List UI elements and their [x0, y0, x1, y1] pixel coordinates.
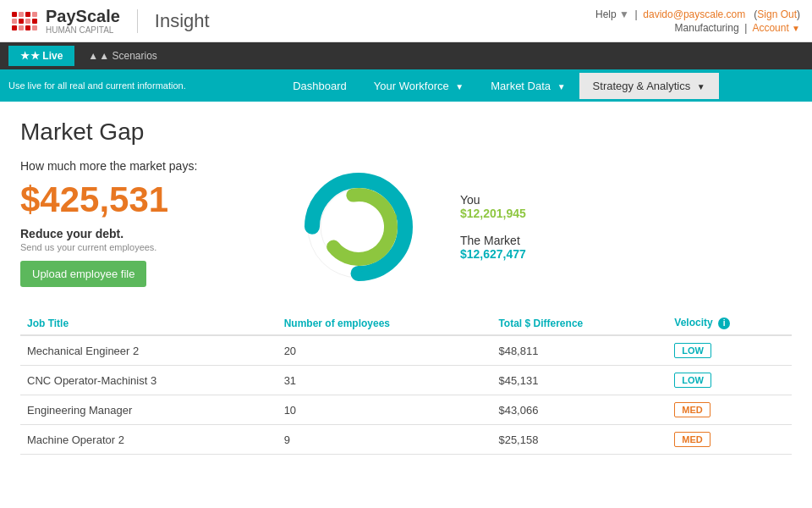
col-employees: Number of employees — [277, 312, 492, 335]
right-panel: You $12,201,945 The Market $12,627,477 — [291, 159, 792, 295]
tab-bar: ★ ★ Live ▲ ▲ Scenarios — [0, 42, 812, 69]
logo-area: PayScale HUMAN CAPITAL Insight — [12, 7, 210, 35]
employees-cell: 10 — [277, 395, 492, 425]
you-arc — [321, 190, 396, 264]
top-bar: PayScale HUMAN CAPITAL Insight Help ▼ | … — [0, 0, 812, 42]
nav-market-data[interactable]: Market Data ▼ — [477, 73, 579, 99]
you-dot — [388, 213, 397, 221]
tab-live[interactable]: ★ ★ Live — [8, 46, 74, 66]
tab-live-label: ★ Live — [30, 50, 63, 62]
send-text: Send us your current employees. — [20, 242, 274, 252]
logo-dot — [12, 12, 17, 17]
logo-dot — [25, 19, 30, 24]
velocity-cell: LOW — [667, 366, 792, 395]
job-title-cell: Mechanical Engineer 2 — [20, 335, 277, 366]
col-job-title: Job Title — [20, 312, 277, 335]
table-header-row: Job Title Number of employees Total $ Di… — [20, 312, 792, 335]
top-right: Help ▼ | davido@payscale.com (Sign Out) … — [595, 8, 800, 34]
legend-market: The Market $12,627,477 — [460, 234, 526, 261]
you-value: $12,201,945 — [460, 207, 526, 220]
nav-bar: Use live for all real and current inform… — [0, 69, 812, 102]
logo-divider — [137, 9, 138, 33]
logo-grid — [12, 12, 37, 30]
difference-cell: $25,158 — [491, 425, 667, 455]
nav-links: Dashboard Your Workforce ▼ Market Data ▼… — [195, 73, 804, 99]
strategy-caret-icon: ▼ — [697, 82, 705, 91]
chart-legend: You $12,201,945 The Market $12,627,477 — [460, 193, 526, 261]
market-data-caret-icon: ▼ — [557, 82, 566, 91]
table-row: Engineering Manager10$43,066MED — [20, 395, 792, 425]
help-label[interactable]: Help ▼ — [595, 8, 632, 20]
table-row: Machine Operator 29$25,158MED — [20, 425, 792, 455]
job-title-cell: CNC Operator-Machinist 3 — [20, 366, 277, 395]
velocity-cell: MED — [667, 395, 792, 425]
logo-dot — [25, 25, 30, 30]
tab-scenarios-label: ▲ Scenarios — [99, 50, 157, 62]
user-email-link[interactable]: davido@payscale.com — [643, 8, 745, 20]
difference-cell: $48,811 — [491, 335, 667, 366]
workforce-caret-icon: ▼ — [455, 82, 464, 91]
table-row: CNC Operator-Machinist 331$45,131LOW — [20, 366, 792, 395]
table-body: Mechanical Engineer 220$48,811LOWCNC Ope… — [20, 335, 792, 455]
nav-strategy[interactable]: Strategy & Analytics ▼ — [579, 73, 719, 99]
logo-dot — [25, 12, 30, 17]
logo-dot — [12, 19, 17, 24]
velocity-badge: LOW — [674, 343, 711, 358]
velocity-cell: LOW — [667, 335, 792, 366]
you-label: You — [460, 193, 526, 207]
logo-text: PayScale — [46, 7, 120, 25]
employees-cell: 20 — [277, 335, 492, 366]
legend-you: You $12,201,945 — [460, 193, 526, 220]
app-name: Insight — [155, 10, 210, 32]
velocity-badge: MED — [674, 402, 710, 417]
reduce-debt-label: Reduce your debt. — [20, 227, 274, 240]
job-title-cell: Engineering Manager — [20, 395, 277, 425]
difference-cell: $45,131 — [491, 366, 667, 395]
help-links: Help ▼ | davido@payscale.com (Sign Out) — [595, 8, 800, 20]
account-link[interactable]: Account ▼ — [752, 22, 800, 34]
employees-cell: 31 — [277, 366, 492, 395]
nav-info-text: Use live for all real and current inform… — [8, 80, 195, 91]
logo-sub: HUMAN CAPITAL — [46, 26, 120, 35]
col-velocity: Velocity i — [667, 312, 792, 335]
table-row: Mechanical Engineer 220$48,811LOW — [20, 335, 792, 366]
how-much-label: How much more the market pays: — [20, 159, 274, 173]
market-value: $12,627,477 — [460, 247, 526, 261]
market-dot — [361, 270, 370, 279]
scenarios-icon: ▲ — [88, 50, 98, 62]
employees-cell: 9 — [277, 425, 492, 455]
logo-dot — [19, 12, 24, 17]
left-panel: How much more the market pays: $425,531 … — [20, 159, 274, 295]
data-table: Job Title Number of employees Total $ Di… — [20, 312, 792, 455]
col-difference: Total $ Difference — [491, 312, 667, 335]
nav-workforce[interactable]: Your Workforce ▼ — [360, 73, 477, 99]
tab-scenarios[interactable]: ▲ ▲ Scenarios — [76, 46, 168, 66]
upload-button[interactable]: Upload employee file — [20, 261, 146, 287]
top-section: How much more the market pays: $425,531 … — [20, 159, 792, 295]
logo-dot — [32, 12, 37, 17]
job-title-cell: Machine Operator 2 — [20, 425, 277, 455]
main-content: Market Gap How much more the market pays… — [0, 102, 812, 508]
logo-dot — [19, 25, 24, 30]
logo-dot — [32, 25, 37, 30]
live-star-icon: ★ — [20, 50, 30, 62]
donut-chart — [291, 159, 443, 295]
nav-dashboard[interactable]: Dashboard — [279, 73, 360, 99]
logo-dot — [12, 25, 17, 30]
logo-dot — [32, 19, 37, 24]
velocity-badge: LOW — [674, 373, 711, 388]
donut-chart-svg — [291, 159, 426, 295]
logo-dot — [19, 19, 24, 24]
page-title: Market Gap — [20, 119, 792, 146]
velocity-info-icon[interactable]: i — [718, 318, 730, 329]
velocity-badge: MED — [674, 432, 710, 447]
org-account: Manufacturing | Account ▼ — [595, 22, 800, 34]
sign-out-link[interactable]: Sign Out — [757, 8, 797, 20]
org-label: Manufacturing — [675, 22, 739, 34]
big-amount: $425,531 — [20, 179, 274, 220]
difference-cell: $43,066 — [491, 395, 667, 425]
market-label: The Market — [460, 234, 526, 247]
velocity-cell: MED — [667, 425, 792, 455]
